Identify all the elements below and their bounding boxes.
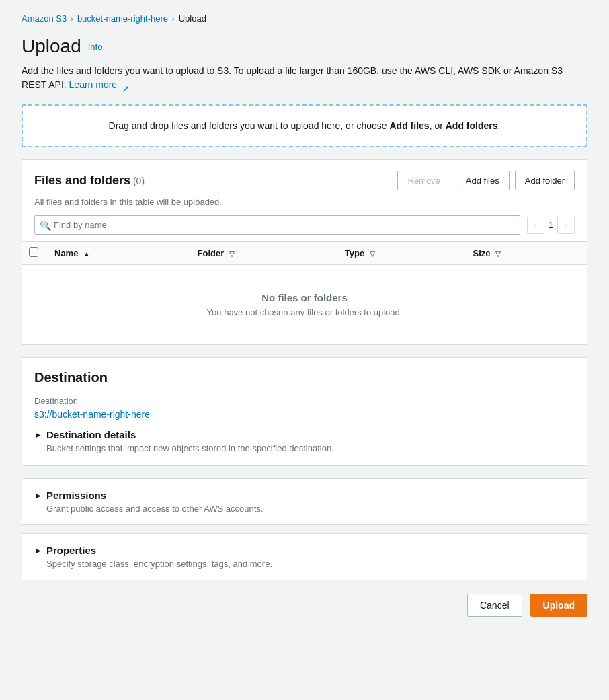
col-size[interactable]: Size ▽ bbox=[465, 242, 587, 265]
properties-toggle-icon: ► bbox=[34, 546, 42, 555]
destination-details-subtitle: Bucket settings that impact new objects … bbox=[46, 443, 575, 453]
permissions-toggle-icon: ► bbox=[34, 491, 42, 500]
toggle-chevron-icon: ► bbox=[34, 430, 42, 440]
card-actions: Remove Add files Add folder bbox=[397, 171, 575, 190]
card-title-area: Files and folders (0) bbox=[34, 173, 145, 188]
page-title-row: Upload Info bbox=[22, 36, 587, 57]
empty-state-title: No files or folders bbox=[36, 292, 573, 303]
pagination: ‹ 1 › bbox=[527, 217, 575, 234]
files-folders-card: Files and folders (0) Remove Add files A… bbox=[22, 159, 587, 345]
size-filter-icon: ▽ bbox=[495, 250, 501, 258]
breadcrumb: Amazon S3 › bucket-name-right-here › Upl… bbox=[22, 13, 587, 24]
pagination-next-button[interactable]: › bbox=[557, 217, 575, 234]
search-icon: 🔍 bbox=[40, 220, 51, 231]
breadcrumb-bucket[interactable]: bucket-name-right-here bbox=[77, 13, 168, 24]
permissions-title: Permissions bbox=[46, 490, 106, 501]
breadcrumb-chevron-1: › bbox=[71, 15, 73, 23]
card-subtitle: All files and folders in this table will… bbox=[22, 197, 587, 215]
pagination-current: 1 bbox=[549, 220, 553, 230]
properties-subtitle: Specify storage class, encryption settin… bbox=[46, 559, 575, 569]
permissions-toggle[interactable]: ► Permissions bbox=[34, 490, 575, 501]
destination-details-title: Destination details bbox=[46, 429, 136, 440]
drop-zone[interactable]: Drag and drop files and folders you want… bbox=[22, 104, 587, 147]
search-wrapper: 🔍 bbox=[34, 215, 520, 235]
info-link[interactable]: Info bbox=[88, 42, 103, 52]
col-name[interactable]: Name ▲ bbox=[46, 242, 190, 265]
learn-more-link[interactable]: Learn more ↗ bbox=[69, 79, 129, 90]
search-row: 🔍 ‹ 1 › bbox=[22, 215, 587, 241]
external-link-icon: ↗ bbox=[122, 82, 129, 89]
empty-state: No files or folders You have not chosen … bbox=[22, 265, 587, 344]
empty-state-subtitle: You have not chosen any files or folders… bbox=[36, 307, 573, 317]
page-title: Upload bbox=[22, 36, 81, 57]
destination-value: s3://bucket-name-right-here bbox=[34, 409, 575, 420]
footer-actions: Cancel Upload bbox=[22, 594, 587, 617]
select-all-checkbox[interactable] bbox=[29, 247, 38, 257]
select-all-header[interactable] bbox=[22, 242, 46, 265]
properties-section: ► Properties Specify storage class, encr… bbox=[22, 533, 587, 580]
col-type[interactable]: Type ▽ bbox=[337, 242, 465, 265]
remove-button[interactable]: Remove bbox=[397, 171, 450, 190]
destination-section-title: Destination bbox=[34, 370, 575, 385]
upload-button[interactable]: Upload bbox=[530, 594, 587, 617]
files-folders-count: (0) bbox=[133, 176, 145, 186]
destination-card: Destination Destination s3://bucket-name… bbox=[22, 357, 587, 466]
add-files-button[interactable]: Add files bbox=[456, 171, 510, 190]
files-folders-title: Files and folders bbox=[34, 173, 130, 187]
breadcrumb-chevron-2: › bbox=[172, 15, 175, 23]
cancel-button[interactable]: Cancel bbox=[467, 594, 522, 617]
page-description: Add the files and folders you want to up… bbox=[22, 64, 587, 92]
name-sort-icon: ▲ bbox=[83, 250, 90, 258]
destination-details-section: ► Destination details Bucket settings th… bbox=[34, 429, 575, 453]
folder-filter-icon: ▽ bbox=[229, 250, 235, 258]
destination-details-toggle[interactable]: ► Destination details bbox=[34, 429, 575, 440]
destination-link[interactable]: s3://bucket-name-right-here bbox=[34, 409, 150, 420]
col-folder[interactable]: Folder ▽ bbox=[190, 242, 337, 265]
files-table: Name ▲ Folder ▽ Type ▽ Size ▽ bbox=[22, 241, 587, 344]
add-folder-button[interactable]: Add folder bbox=[515, 171, 575, 190]
breadcrumb-amazon-s3[interactable]: Amazon S3 bbox=[22, 13, 67, 24]
permissions-subtitle: Grant public access and access to other … bbox=[46, 504, 575, 514]
dropzone-text: Drag and drop files and folders you want… bbox=[109, 120, 501, 131]
destination-label: Destination bbox=[34, 396, 575, 406]
properties-title: Properties bbox=[46, 545, 96, 556]
card-header: Files and folders (0) Remove Add files A… bbox=[22, 160, 587, 197]
breadcrumb-current: Upload bbox=[179, 13, 206, 24]
permissions-section: ► Permissions Grant public access and ac… bbox=[22, 478, 587, 525]
search-input[interactable] bbox=[34, 215, 520, 235]
properties-toggle[interactable]: ► Properties bbox=[34, 545, 575, 556]
pagination-prev-button[interactable]: ‹ bbox=[527, 217, 544, 234]
type-filter-icon: ▽ bbox=[370, 250, 375, 258]
